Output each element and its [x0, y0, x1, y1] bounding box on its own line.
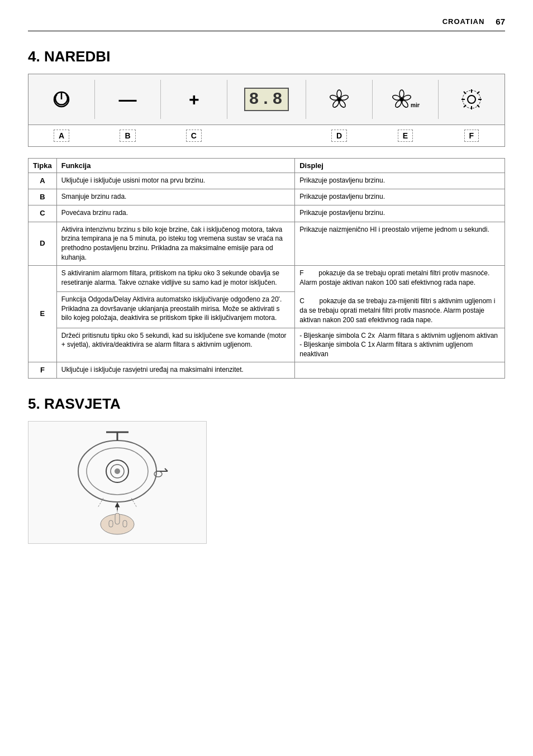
- svg-point-29: [115, 468, 120, 474]
- fan-min-icon: min: [391, 87, 420, 112]
- panel-icon-a: [28, 80, 95, 119]
- panel-icon-d: [306, 80, 373, 119]
- function-d: Aktivira intenzivnu brzinu s bilo koje b…: [56, 222, 295, 265]
- svg-point-15: [468, 95, 475, 103]
- control-panel-diagram: — + 8.8: [28, 74, 505, 147]
- commands-table: Tipka Funkcija Displej A Uključuje i isk…: [28, 158, 505, 379]
- table-row: C Povećava brzinu rada. Prikazuje postav…: [28, 205, 505, 222]
- svg-rect-39: [109, 520, 113, 527]
- display-d: Prikazuje naizmjenično HI i preostalo vr…: [295, 222, 505, 265]
- label-a: A: [28, 127, 94, 144]
- display-icon: 8.8: [244, 88, 288, 111]
- sun-icon: [460, 88, 483, 111]
- section4-title: 4. NAREDBI: [28, 48, 505, 65]
- display-f: [295, 362, 505, 378]
- power-icon: [51, 89, 72, 109]
- function-e2: Funkcija Odgoda/Delay Aktivira automatsk…: [56, 291, 295, 328]
- key-a: A: [28, 173, 57, 189]
- panel-icon-display: 8.8: [227, 80, 306, 119]
- page-number: 67: [496, 17, 505, 26]
- function-e3: Držeći pritisnutu tipku oko 5 sekundi, k…: [56, 328, 295, 362]
- table-row: D Aktivira intenzivnu brzinu s bilo koje…: [28, 222, 505, 265]
- display-a: Prikazuje postavljenu brzinu.: [295, 173, 505, 189]
- minus-icon: —: [119, 90, 137, 108]
- table-row: Držeći pritisnutu tipku oko 5 sekundi, k…: [28, 328, 505, 362]
- svg-point-42: [154, 471, 162, 477]
- svg-rect-40: [123, 520, 127, 527]
- panel-icon-f: [439, 80, 505, 119]
- svg-point-3: [337, 90, 341, 98]
- page-header: CROATIAN 67: [28, 17, 505, 31]
- label-f: F: [439, 127, 505, 144]
- lamp-svg: [39, 427, 196, 538]
- key-c: C: [28, 205, 57, 222]
- key-d: D: [28, 222, 57, 265]
- key-f: F: [28, 362, 57, 378]
- svg-text:min: min: [411, 102, 420, 108]
- col-header-displej: Displej: [295, 159, 505, 173]
- function-e1: S aktiviranim alarmom filtara, pritiskom…: [56, 265, 295, 291]
- function-a: Uključuje i isključuje usisni motor na p…: [56, 173, 295, 189]
- panel-icon-e: min: [373, 80, 439, 119]
- svg-point-11: [401, 99, 410, 108]
- display-e3: - Bljeskanje simbola C 2x Alarm filtara …: [295, 328, 505, 362]
- key-b: B: [28, 189, 57, 205]
- function-f: Uključuje i isključuje rasvjetni uređaj …: [56, 362, 295, 378]
- table-row: A Uključuje i isključuje usisni motor na…: [28, 173, 505, 189]
- plus-icon: +: [189, 90, 199, 108]
- key-e: E: [28, 265, 57, 362]
- function-c: Povećava brzinu rada.: [56, 205, 295, 222]
- label-e: E: [372, 127, 438, 144]
- table-row: B Smanjuje brzinu rada. Prikazuje postav…: [28, 189, 505, 205]
- panel-icon-b: —: [95, 80, 161, 119]
- label-d: D: [306, 127, 372, 144]
- panel-icons-row: — + 8.8: [28, 74, 505, 125]
- display-c: Prikazuje postavljenu brzinu.: [295, 205, 505, 222]
- display-b: Prikazuje postavljenu brzinu.: [295, 189, 505, 205]
- col-header-tipka: Tipka: [28, 159, 57, 173]
- display-e1: F pokazuje da se trebaju oprati metalni …: [295, 265, 505, 328]
- language-label: CROATIAN: [442, 17, 485, 26]
- col-header-funkcija: Funkcija: [56, 159, 295, 173]
- page: CROATIAN 67 4. NAREDBI — +: [0, 0, 533, 756]
- panel-icon-c: +: [161, 80, 227, 119]
- function-b: Smanjuje brzinu rada.: [56, 189, 295, 205]
- svg-point-9: [399, 90, 404, 98]
- svg-point-6: [331, 99, 340, 108]
- svg-point-24: [463, 90, 480, 108]
- fan-icon: [327, 87, 351, 112]
- label-b: B: [94, 127, 160, 144]
- svg-point-12: [394, 99, 403, 108]
- label-display: [227, 133, 306, 138]
- label-c: C: [161, 127, 227, 144]
- table-row: F Uključuje i isključuje rasvjetni uređa…: [28, 362, 505, 378]
- table-row: E S aktiviranim alarmom filtara, pritisk…: [28, 265, 505, 291]
- svg-point-5: [338, 99, 346, 108]
- svg-rect-38: [115, 513, 120, 524]
- lamp-illustration: [28, 421, 207, 544]
- panel-labels-row: A B C D E F: [28, 125, 505, 146]
- section5-title: 5. RASVJETA: [28, 395, 505, 413]
